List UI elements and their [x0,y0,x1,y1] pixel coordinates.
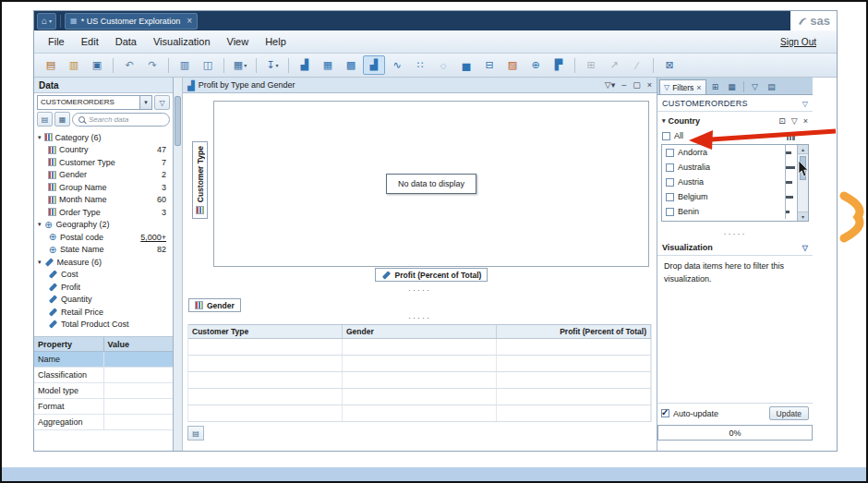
tree-item-order-type[interactable]: Order Type3 [34,206,173,219]
grid-view-icon[interactable]: ▦ [54,112,70,127]
search-input[interactable]: Search data [72,113,170,127]
scatter-plot-icon[interactable]: ∷ [409,55,431,75]
duplicate-view-icon[interactable]: ▥ [174,55,196,75]
crosstab-icon[interactable]: ▩ [340,55,362,75]
data-panel-scrollbar[interactable] [174,78,183,451]
tree-item-retail-price[interactable]: Retail Price [34,306,173,319]
property-row-classification[interactable]: Classification [34,368,173,383]
home-button[interactable]: ⌂ ▾ [37,13,56,30]
data-source-caret-icon[interactable]: ▼ [139,96,151,109]
forecast-icon[interactable]: ↗ [603,55,625,75]
all-row[interactable]: All [657,127,813,142]
tree-group-category-6[interactable]: ▾Category (6) [34,131,173,144]
cascade-view-icon[interactable]: ▦ [725,80,740,93]
tree-item-country[interactable]: Country47 [34,144,173,157]
auto-update-checkbox[interactable] [661,409,669,417]
layout-panels-icon[interactable]: ◫ [197,55,219,75]
property-row-format[interactable]: Format [34,399,173,415]
source-filter-icon[interactable]: ▽ [802,100,808,108]
country-row-benin[interactable]: Benin [662,204,798,219]
country-row-andorra[interactable]: Andorra [662,145,798,160]
open-icon[interactable]: ▥ [63,55,85,75]
minimize-icon[interactable]: – [621,80,626,90]
country-checkbox[interactable] [666,149,674,157]
exploration-tab[interactable]: ▦ * US Customer Exploration × [65,13,198,30]
country-filter-header[interactable]: ▾ Country ⊡ ▽ × [657,112,813,127]
tab-filters[interactable]: ▽ Filters × [659,79,706,94]
country-row-australia[interactable]: Australia [662,160,798,175]
treemap-icon[interactable]: ▛ [548,55,570,75]
filters-tab-close-icon[interactable]: × [696,83,701,92]
tree-item-total-product-cost[interactable]: Total Product Cost [34,319,173,332]
splitter-dots[interactable]: ····· [183,285,657,295]
tree-group-geography-2[interactable]: ▾⊕Geography (2) [34,219,173,232]
splitter-dots[interactable]: ····· [183,313,657,322]
global-filter-tab-icon[interactable]: ▤ [765,80,779,93]
x-axis-field[interactable]: Profit (Percent of Total) [375,268,488,282]
property-row-name[interactable]: Name [34,352,173,368]
splitter-dots[interactable]: ····· [657,229,813,238]
tree-item-profit[interactable]: Profit [34,281,173,294]
menu-data[interactable]: Data [107,34,145,49]
menu-visualization[interactable]: Visualization [145,34,219,49]
scroll-up-icon[interactable]: ▴ [798,145,808,154]
bar-chart-icon[interactable]: ▟ [363,55,385,75]
country-list-scrollbar[interactable]: ▴ ▾ [797,145,808,221]
export-menu-icon[interactable]: ↧▾ [261,55,283,75]
geo-map-icon[interactable]: ⊕ [524,55,547,75]
correlation-icon[interactable]: ⊞ [580,55,602,75]
show-table-icon[interactable]: ▤ [187,426,204,441]
data-options-icon[interactable]: ▽ [154,95,170,110]
tree-item-cost[interactable]: Cost [34,269,173,282]
add-filter-icon[interactable]: ⊞ [708,80,723,93]
save-icon[interactable]: ▣ [86,55,108,75]
tree-item-group-name[interactable]: Group Name3 [34,181,173,194]
menu-help[interactable]: Help [257,34,295,49]
y-axis-field[interactable]: Customer Type [192,141,208,219]
heat-map-icon[interactable]: ▨ [501,55,524,75]
tree-item-state-name[interactable]: ⊕State Name82 [34,244,173,257]
tree-item-postal-code[interactable]: ⊕Postal code5,000+ [34,231,173,244]
menu-view[interactable]: View [219,34,258,49]
country-row-belgium[interactable]: Belgium [662,189,798,204]
country-checkbox[interactable] [666,163,674,172]
table-icon[interactable]: ▦ [317,55,339,75]
country-checkbox[interactable] [666,208,674,216]
data-source-select[interactable]: CUSTOMERORDERS ▼ [37,95,152,110]
tab-close-icon[interactable]: × [187,16,192,26]
update-button[interactable]: Update [769,406,809,420]
histogram-icon[interactable]: ▅ [455,55,477,75]
collapse-caret-icon[interactable]: ▾ [662,117,666,125]
auto-chart-icon[interactable]: ▟ [294,55,316,75]
undo-icon[interactable]: ↶ [118,55,140,75]
sign-out-link[interactable]: Sign Out [780,37,831,47]
country-row-austria[interactable]: Austria [662,175,798,189]
close-icon[interactable]: × [647,80,652,90]
bubble-plot-icon[interactable]: ◌ [432,55,454,75]
redo-icon[interactable]: ↷ [141,55,163,75]
menu-file[interactable]: File [40,34,73,49]
tree-group-measure-6[interactable]: ▾Measure (6) [34,256,173,269]
scrollbar-thumb[interactable] [800,156,806,180]
table-view-icon[interactable]: ▤ [37,112,53,127]
scroll-down-icon[interactable]: ▾ [798,211,808,221]
menu-edit[interactable]: Edit [73,34,107,49]
comments-icon[interactable]: ⊠ [658,55,681,75]
data-table-menu-icon[interactable]: ▦▾ [229,55,251,75]
box-plot-icon[interactable]: ⊟ [478,55,500,75]
property-row-model-type[interactable]: Model type [34,383,173,399]
viz-filter-menu-icon[interactable]: ▽▾ [605,80,615,90]
property-row-aggregation[interactable]: Aggregation [34,415,173,430]
country-checkbox[interactable] [666,193,674,201]
line-chart-icon[interactable]: ∿ [386,55,408,75]
scrollbar-thumb[interactable] [175,96,181,146]
tree-item-customer-type[interactable]: Customer Type7 [34,156,173,169]
gender-field[interactable]: Gender [188,298,241,312]
tree-item-gender[interactable]: Gender2 [34,169,173,182]
fit-line-icon[interactable]: ⁄ [626,55,648,75]
country-filter-menu-icon[interactable]: ▽ [791,116,798,126]
country-checkbox[interactable] [666,178,674,187]
remove-filter-icon[interactable]: × [803,116,808,126]
maximize-icon[interactable]: ▢ [633,80,641,90]
tree-item-month-name[interactable]: Month Name60 [34,194,173,207]
